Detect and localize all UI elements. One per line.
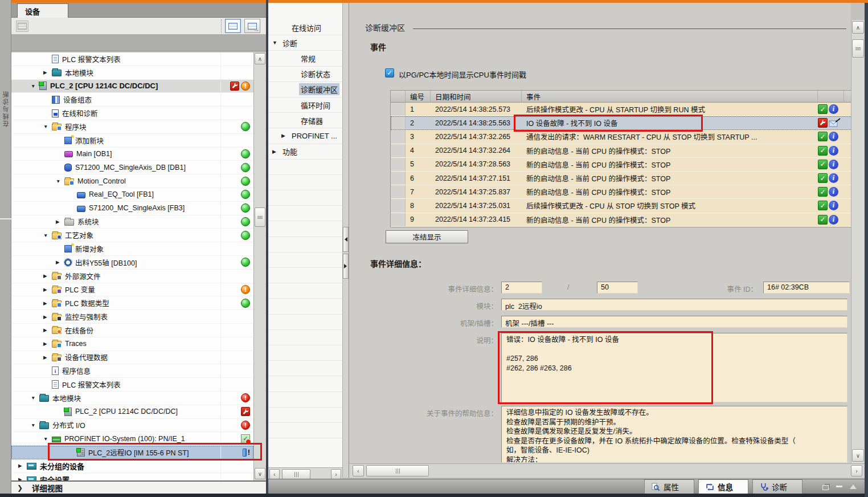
collapse-left-button[interactable] (343, 227, 349, 252)
chevron-collapsed-icon[interactable]: ▶ (43, 70, 52, 75)
nav-item[interactable]: 常规 (268, 51, 342, 66)
add-device-icon[interactable] (16, 21, 28, 32)
table-columns-button[interactable] (225, 19, 241, 33)
main-hscrollbar-thumb[interactable] (366, 465, 429, 476)
module-field[interactable]: plc_2远程io (501, 299, 847, 311)
table-export-button[interactable]: → (244, 19, 260, 33)
event-row[interactable]: 32022/5/14 14:37:32.265通信发出的请求：WARM REST… (391, 130, 855, 144)
tree-item[interactable]: ▼程序块 (11, 120, 253, 134)
tree-item[interactable]: S71200_MC_SingleAxis [FB3] (11, 202, 253, 215)
chevron-expanded-icon[interactable]: ▼ (31, 395, 39, 401)
tree-item[interactable]: PLC_2远程IO [IM 155-6 PN ST]! (11, 446, 253, 459)
tree-item[interactable]: S71200_MC_SingleAxis_DB [DB1] (11, 161, 253, 174)
tree-item[interactable]: ▶PLC 数据类型 (11, 296, 253, 310)
tree-item[interactable]: PLC 报警文本列表 (11, 52, 253, 66)
nav-item[interactable]: 循环时间 (268, 97, 342, 113)
event-row[interactable]: 12022/5/14 14:38:25.573后续操作模式更改 - CPU 从 … (391, 103, 855, 116)
chevron-collapsed-icon[interactable]: ▶ (43, 341, 52, 347)
event-row[interactable]: 92022/5/14 14:37:23.415新的启动信息 - 当前 CPU 的… (391, 213, 855, 227)
chevron-collapsed-icon[interactable]: ▶ (43, 355, 52, 360)
tree-item[interactable]: ▼本地模块! (11, 392, 253, 405)
event-help-field[interactable]: 详细信息中指定的 IO 设备发生故障或不存在。检查故障是否属于预期的维护干预。检… (501, 406, 847, 463)
tree-item[interactable]: 新增对象 (11, 242, 253, 256)
chevron-collapsed-icon[interactable]: ▶ (281, 133, 290, 138)
pane-splitter[interactable] (342, 3, 349, 478)
event-info-icon[interactable]: i (829, 201, 838, 210)
scroll-right-icon[interactable]: › (331, 469, 341, 479)
column-header-datetime[interactable]: 日期和时间 (431, 91, 522, 102)
tree-item[interactable]: ▶监控与强制表 (11, 310, 253, 324)
tree-scrollbar-thumb[interactable] (255, 207, 265, 227)
event-total-field[interactable]: 50 (597, 282, 638, 294)
tree-item[interactable]: ▶系统块 (11, 215, 253, 229)
tab-info[interactable]: 信息 (698, 479, 748, 494)
scroll-left-icon[interactable]: ‹ (353, 465, 364, 476)
online-diagnostics-vertical-tab[interactable]: 在线与诊断 (2, 90, 11, 127)
chevron-expanded-icon[interactable]: ▼ (43, 436, 52, 442)
event-info-icon[interactable]: i (829, 160, 838, 169)
nav-hscrollbar-thumb[interactable] (282, 469, 310, 479)
tree-item[interactable]: 在线和诊断 (11, 107, 253, 120)
collapse-panel-icon[interactable] (850, 484, 857, 489)
tree-item[interactable]: 设备组态 (11, 93, 253, 107)
chevron-collapsed-icon[interactable]: ▶ (56, 219, 64, 225)
event-row[interactable]: 62022/5/14 14:37:27.151新的启动信息 - 当前 CPU 的… (391, 172, 855, 185)
tree-item[interactable]: ▶出料Y55轴 [DB100] (11, 256, 253, 270)
row-handle[interactable] (391, 103, 406, 116)
pg-pc-timestamp-checkbox[interactable]: ✓ (385, 68, 394, 78)
tab-devices[interactable]: 设备 (17, 3, 68, 18)
chevron-expanded-icon[interactable]: ▼ (43, 124, 52, 129)
nav-item[interactable]: 存储器 (268, 113, 342, 128)
column-header-no[interactable]: 编号 (406, 91, 431, 102)
description-field[interactable]: 错误：IO 设备故障 - 找不到 IO 设备#257, 286#262, 286… (501, 333, 847, 402)
chevron-expanded-icon[interactable]: ▼ (43, 233, 52, 238)
chevron-expanded-icon[interactable]: ▼ (31, 422, 39, 428)
restore-window-icon[interactable] (822, 485, 829, 490)
tree-item[interactable]: ▶PLC 变量! (11, 283, 253, 297)
tree-scrollbar[interactable]: ∧ ∨ (253, 52, 266, 480)
chevron-right-icon[interactable]: ❯ (17, 484, 23, 492)
tree-item[interactable]: ▶Traces (11, 337, 253, 351)
row-handle[interactable] (391, 116, 406, 129)
chevron-expanded-icon[interactable]: ▼ (272, 40, 281, 46)
tree-item[interactable]: i程序信息 (11, 364, 253, 378)
main-hscrollbar[interactable]: ‹ › (349, 463, 865, 478)
event-info-icon[interactable]: i (829, 173, 838, 183)
event-info-icon[interactable]: i (829, 146, 838, 156)
freeze-display-button[interactable]: 冻结显示 (386, 230, 468, 243)
minimize-icon[interactable] (836, 486, 842, 487)
tree-item[interactable]: Main [OB1] (11, 148, 253, 161)
tree-item[interactable]: ▼工艺对象 (11, 229, 253, 242)
tab-properties[interactable]: 属性 (644, 479, 694, 494)
row-handle[interactable] (391, 185, 406, 198)
nav-item[interactable]: 在线访问 (268, 20, 342, 35)
tree-item[interactable]: Real_EQ_Tool [FB1] (11, 188, 253, 202)
tree-item[interactable]: PLC_2 [CPU 1214C DC/DC/DC] (11, 405, 253, 419)
scroll-right-icon[interactable]: › (851, 465, 862, 476)
tree-item[interactable]: ▶设备代理数据 (11, 351, 253, 365)
tree-item[interactable]: ▶未分组的设备 (11, 459, 253, 473)
tree-item[interactable]: ▶本地模块 (11, 66, 253, 80)
row-handle[interactable] (391, 172, 406, 185)
tree-item[interactable]: ▼Motion_Control (11, 174, 253, 188)
event-info-icon[interactable]: i (829, 215, 838, 225)
scroll-down-icon[interactable]: ∨ (255, 468, 265, 479)
row-handle[interactable] (391, 199, 406, 212)
nav-item[interactable]: ▶PROFINET ... (268, 128, 342, 144)
event-row[interactable]: 22022/5/14 14:38:25.563IO 设备故障 - 找不到 IO … (391, 116, 855, 130)
nav-item[interactable]: ▶功能 (268, 144, 342, 160)
tab-diagnostics[interactable]: 诊断 (752, 479, 803, 494)
scroll-left-icon[interactable]: ‹ (269, 469, 280, 479)
tree-item[interactable]: ▶安全设置 (11, 473, 253, 480)
event-row[interactable]: 52022/5/14 14:37:28.563新的启动信息 - 当前 CPU 的… (391, 158, 855, 172)
rack-slot-field[interactable]: 机架 ---/插槽 --- (501, 316, 847, 328)
row-handle[interactable] (391, 144, 406, 157)
chevron-collapsed-icon[interactable]: ▶ (43, 273, 52, 279)
scroll-up-icon[interactable]: ∧ (255, 53, 265, 64)
event-row[interactable]: 72022/5/14 14:37:25.837新的启动信息 - 当前 CPU 的… (391, 185, 855, 199)
tree-item[interactable]: ▼PROFINET IO-System (100): PN/IE_1✓ (11, 432, 253, 446)
event-row[interactable]: 82022/5/14 14:37:25.031后续操作模式更改 - CPU 从 … (391, 199, 855, 213)
chevron-collapsed-icon[interactable]: ▶ (43, 327, 52, 333)
column-header-event[interactable]: 事件 (522, 91, 818, 102)
event-info-icon[interactable]: i (829, 132, 838, 141)
